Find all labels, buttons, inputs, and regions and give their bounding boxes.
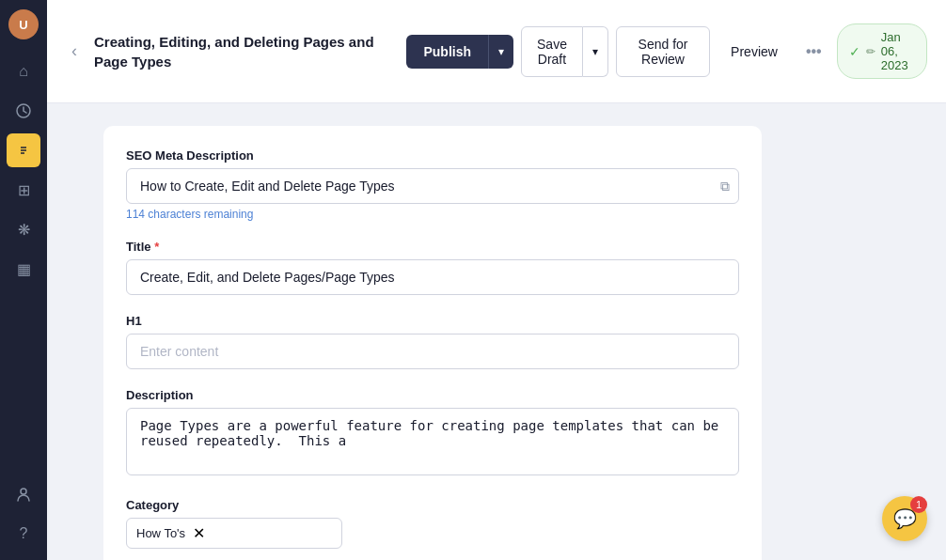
- sidebar-item-home[interactable]: ⌂: [7, 54, 40, 88]
- save-draft-button[interactable]: Save Draft: [521, 26, 583, 77]
- category-field-group: Category How To's ✕: [126, 498, 739, 549]
- publish-button[interactable]: Publish: [406, 35, 488, 69]
- chat-bubble[interactable]: 💬 1: [882, 496, 927, 541]
- category-tag: How To's: [136, 526, 185, 540]
- send-review-button[interactable]: Send for Review: [616, 26, 710, 77]
- title-field-group: Title *: [126, 240, 739, 295]
- save-draft-caret-button[interactable]: ▾: [583, 26, 608, 77]
- sidebar-item-analytics[interactable]: [7, 94, 40, 128]
- sidebar-item-media[interactable]: ▦: [7, 252, 40, 286]
- seo-input-wrapper: ⧉: [126, 168, 739, 204]
- save-draft-button-group: Save Draft ▾: [521, 26, 608, 77]
- required-indicator: *: [154, 240, 159, 254]
- main-area: ‹ Creating, Editing, and Deleting Pages …: [47, 0, 946, 560]
- sidebar-item-users[interactable]: [7, 477, 40, 511]
- form-section: SEO Meta Description ⧉ 114 characters re…: [103, 126, 762, 560]
- chat-badge: 1: [910, 496, 927, 513]
- publish-button-group: Publish ▾: [406, 35, 513, 69]
- category-remove-icon[interactable]: ✕: [193, 524, 205, 542]
- status-badge: ✓ ✏ Jan 06, 2023: [837, 23, 927, 79]
- category-wrapper: How To's ✕: [126, 518, 342, 549]
- svg-point-5: [21, 489, 26, 494]
- preview-button[interactable]: Preview: [717, 35, 791, 69]
- title-input[interactable]: [126, 259, 739, 295]
- category-label: Category: [126, 498, 739, 512]
- sidebar-item-help[interactable]: ?: [7, 517, 40, 551]
- description-label: Description: [126, 388, 739, 402]
- description-field-group: Description Page Types are a powerful fe…: [126, 388, 739, 479]
- copy-icon: ⧉: [720, 179, 730, 194]
- category-value: How To's: [136, 526, 185, 540]
- seo-chars-remaining: 114 characters remaining: [126, 208, 739, 221]
- check-icon: ✓: [849, 44, 860, 59]
- description-input[interactable]: Page Types are a powerful feature for cr…: [126, 408, 739, 475]
- status-date: Jan 06, 2023: [881, 30, 915, 72]
- seo-input[interactable]: [126, 168, 739, 204]
- content-area: SEO Meta Description ⧉ 114 characters re…: [47, 103, 946, 560]
- back-button[interactable]: ‹: [66, 36, 83, 67]
- h1-field-group: H1: [126, 314, 739, 369]
- seo-field-group: SEO Meta Description ⧉ 114 characters re…: [126, 148, 739, 221]
- publish-caret-button[interactable]: ▾: [488, 35, 513, 69]
- title-label: Title *: [126, 240, 739, 254]
- seo-label: SEO Meta Description: [126, 148, 739, 163]
- page-title: Creating, Editing, and Deleting Pages an…: [94, 32, 395, 71]
- h1-input[interactable]: [126, 334, 739, 369]
- more-options-button[interactable]: •••: [798, 34, 829, 70]
- header: ‹ Creating, Editing, and Deleting Pages …: [47, 0, 946, 103]
- sidebar-item-table[interactable]: ⊞: [7, 173, 40, 207]
- header-actions: Publish ▾ Save Draft ▾ Send for Review P…: [406, 23, 927, 79]
- sidebar-item-pages[interactable]: [7, 133, 40, 167]
- h1-label: H1: [126, 314, 739, 328]
- sidebar-item-components[interactable]: ❋: [7, 212, 40, 246]
- sidebar: U ⌂ ⊞ ❋ ▦ ?: [0, 0, 47, 560]
- edit-icon: ✏: [866, 45, 875, 58]
- avatar[interactable]: U: [8, 9, 39, 39]
